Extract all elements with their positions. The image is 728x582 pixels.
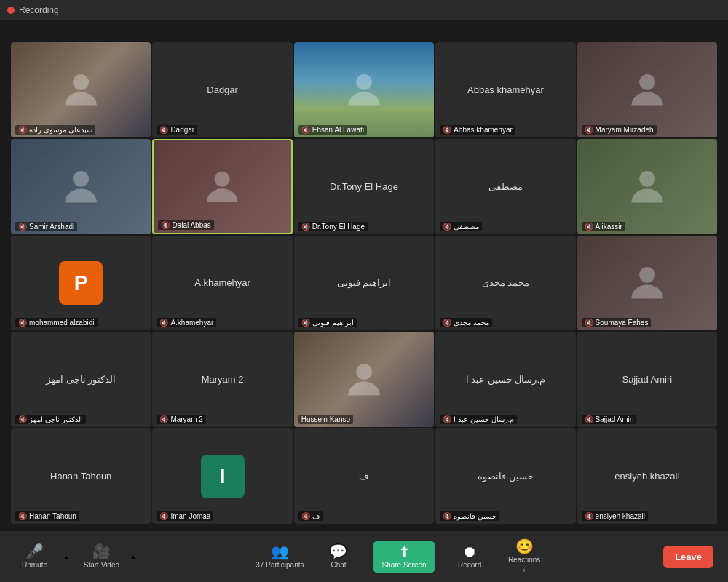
participant-display-name: ابراهیم فتونی — [337, 277, 392, 288]
participant-tile[interactable]: A.khamehyar🔇A.khamehyar — [152, 236, 292, 331]
participants-button[interactable]: 👥 37 Participants — [256, 544, 304, 569]
participant-display-name: ensiyeh khazali — [614, 471, 679, 482]
participant-tile[interactable]: ف🔇ف — [294, 428, 434, 524]
participant-display-name: م.رسال حسین عبد ا — [466, 374, 545, 385]
participant-tile[interactable]: Abbas khamehyar🔇Abbas khamehyar — [435, 42, 575, 137]
participant-name-label: 🔇Abbas khamehyar — [440, 125, 515, 135]
participant-name-label: 🔇م.رسال حسین عبد ا — [440, 415, 517, 424]
svg-point-6 — [639, 267, 655, 283]
record-button[interactable]: ⏺ Record — [450, 544, 490, 569]
participant-name-label: 🔇Dr.Tony El Hage — [298, 222, 368, 231]
unmute-icon: 🎤 — [25, 544, 44, 559]
unmute-chevron[interactable]: ▲ — [63, 553, 70, 561]
share-screen-label: Share Screen — [381, 561, 426, 569]
participant-display-name: مصطفى — [488, 181, 523, 192]
participant-name-label: 🔇سیدعلی موسوی زاده — [15, 125, 95, 135]
participant-display-name: Hanan Tahoun — [50, 471, 111, 482]
participant-name-label: 🔇Ehsan Al Lawati — [298, 125, 367, 135]
participant-name-label: 🔇Dadgar — [157, 125, 197, 135]
participant-display-name: ف — [359, 471, 368, 482]
svg-point-2 — [639, 74, 655, 90]
svg-point-0 — [73, 74, 89, 90]
participant-grid: 🔇سیدعلی موسوی زادهDadgar🔇Dadgar 🔇Ehsan A… — [0, 20, 728, 531]
reactions-button[interactable]: 😊 Reactions ＋ — [505, 539, 545, 574]
record-icon: ⏺ — [462, 544, 477, 559]
participant-tile[interactable]: 🔇سیدعلی موسوی زاده — [11, 42, 151, 137]
participant-display-name: حسین قانصوه — [478, 471, 534, 482]
participant-name-label: 🔇محمد مجدی — [440, 318, 492, 327]
participant-tile[interactable]: محمد مجدی🔇محمد مجدی — [435, 236, 575, 331]
participant-display-name: Dadgar — [207, 84, 238, 95]
participant-tile[interactable]: Dadgar🔇Dadgar — [152, 42, 292, 137]
participant-tile[interactable]: 🔇Dalal Abbas — [152, 139, 292, 234]
participant-tile[interactable]: I🔇Iman Jomaa — [152, 428, 292, 524]
participant-tile[interactable]: 🔇Maryam Mirzadeh — [577, 42, 717, 137]
participant-tile[interactable]: Hanan Tahoun🔇Hanan Tahoun — [11, 428, 151, 524]
participant-name-label: 🔇Maryam 2 — [157, 415, 205, 424]
participant-tile[interactable]: 🔇Soumaya Fahes — [577, 236, 717, 331]
participant-display-name: A.khamehyar — [194, 277, 250, 288]
top-bar: Recording — [0, 0, 728, 20]
participant-tile[interactable]: ابراهیم فتونی🔇ابراهیم فتونی — [294, 236, 434, 331]
svg-point-1 — [356, 74, 372, 90]
participant-display-name: Sajjad Amiri — [622, 374, 672, 385]
participant-tile[interactable]: حسین قانصوه🔇حسین قانصوه — [435, 428, 575, 524]
participant-name-label: 🔇Soumaya Fahes — [582, 318, 652, 327]
participant-tile[interactable]: مصطفى🔇مصطفى — [435, 139, 575, 234]
recording-dot — [7, 7, 15, 14]
unmute-label: Unmute — [22, 561, 47, 569]
participant-display-name: Dr.Tony El Hage — [330, 181, 398, 192]
participant-name-label: 🔇Sajjad Amiri — [582, 415, 637, 424]
participant-name-label: 🔇الدکتور ناجی امهز — [15, 415, 86, 424]
toolbar-center: 👥 37 Participants 💬 Chat ⬆ Share Screen … — [137, 539, 663, 574]
video-chevron[interactable]: ▲ — [130, 553, 137, 561]
participant-display-name: Abbas khamehyar — [467, 84, 544, 95]
svg-point-3 — [73, 170, 89, 186]
reactions-label: Reactions — [508, 556, 540, 564]
participant-tile[interactable]: 🔇Ehsan Al Lawati — [294, 42, 434, 137]
participant-tile[interactable]: Maryam 2🔇Maryam 2 — [152, 332, 292, 427]
share-screen-button[interactable]: ⬆ Share Screen — [373, 541, 435, 573]
participants-icon: 👥 — [271, 544, 289, 559]
participant-tile[interactable]: الدکتور ناجی امهز🔇الدکتور ناجی امهز — [11, 332, 151, 427]
participant-display-name: الدکتور ناجی امهز — [46, 374, 116, 385]
start-video-button[interactable]: 🎥 Start Video — [82, 544, 122, 569]
recording-label: Recording — [19, 5, 59, 15]
reactions-icon: 😊 — [515, 539, 534, 554]
participant-tile[interactable]: Hussein Kanso — [294, 332, 434, 427]
participants-label: 37 Participants — [256, 561, 304, 569]
record-label: Record — [458, 561, 481, 569]
chat-button[interactable]: 💬 Chat — [318, 544, 358, 569]
toolbar-left: 🎤 Unmute ▲ 🎥 Start Video ▲ — [15, 544, 137, 569]
participant-name-label: 🔇Dalal Abbas — [158, 220, 213, 230]
participant-tile[interactable]: ensiyeh khazali🔇ensiyeh khazali — [577, 428, 717, 524]
participant-name-label: 🔇Maryam Mirzadeh — [582, 125, 657, 135]
participant-name-label: 🔇ابراهیم فتونی — [298, 318, 357, 327]
toolbar-right: Leave — [663, 546, 713, 568]
participant-display-name: Maryam 2 — [202, 374, 244, 385]
participant-tile[interactable]: Dr.Tony El Hage🔇Dr.Tony El Hage — [294, 139, 434, 234]
participant-tile[interactable]: P🔇mohammed alzabidi — [11, 236, 151, 331]
participant-name-label: 🔇Samir Arshadi — [15, 222, 77, 231]
svg-point-4 — [215, 171, 230, 186]
participant-name-label: 🔇A.khamehyar — [157, 318, 216, 327]
svg-point-5 — [639, 170, 655, 186]
participant-tile[interactable]: 🔇Alikassir — [577, 139, 717, 234]
participant-tile[interactable]: Sajjad Amiri🔇Sajjad Amiri — [577, 332, 717, 427]
participant-name-label: 🔇Iman Jomaa — [157, 511, 213, 521]
participant-tile[interactable]: 🔇Samir Arshadi — [11, 139, 151, 234]
start-video-label: Start Video — [84, 561, 119, 569]
participant-name-label: 🔇مصطفى — [440, 222, 482, 231]
chat-label: Chat — [331, 561, 346, 569]
participant-display-name: محمد مجدی — [482, 277, 530, 288]
start-video-icon: 🎥 — [92, 544, 111, 559]
leave-button[interactable]: Leave — [663, 546, 713, 568]
participant-name-label: 🔇حسین قانصوه — [440, 511, 499, 521]
svg-point-7 — [356, 364, 372, 380]
participant-name-label: Hussein Kanso — [298, 415, 353, 424]
unmute-button[interactable]: 🎤 Unmute — [15, 544, 55, 569]
participant-tile[interactable]: م.رسال حسین عبد ا🔇م.رسال حسین عبد ا — [435, 332, 575, 427]
chat-icon: 💬 — [329, 544, 347, 559]
participant-name-label: 🔇ensiyeh khazali — [582, 511, 648, 521]
share-screen-icon: ⬆ — [398, 545, 411, 559]
